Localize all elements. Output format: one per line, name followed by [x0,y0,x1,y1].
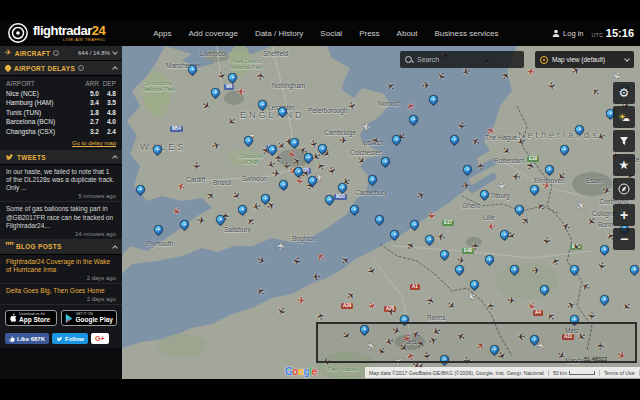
delay-map-link[interactable]: Go to delay map [0,138,122,150]
map-label-wales: WALES [140,142,186,152]
nav-item-business-services[interactable]: Business services [435,29,499,38]
pin-plane-glyph: ✈ [154,146,161,153]
nav-item-about[interactable]: About [397,29,418,38]
twitter-follow-button[interactable]: Follow [52,333,88,344]
aircraft-marker[interactable]: ✈ [339,136,348,147]
login-button[interactable]: Log in [552,29,583,38]
blog-post-item[interactable]: Delta Goes Big, Then Goes Home2 days ago [0,284,122,305]
zoom-in-button[interactable]: + [613,204,635,226]
weather-button[interactable]: ☀☁ [613,106,635,128]
road-badge-m54: M54 [170,126,183,132]
delay-row: Barcelona (BCN)2.74.0 [6,117,116,127]
aircraft-section-header[interactable]: ✈ AIRCRAFT i 644 / 14.8% [0,46,122,61]
pin-plane-glyph: ✈ [137,186,144,193]
map-label-peterborough: Peterborough [308,107,347,114]
pin-plane-glyph: ✈ [464,166,471,173]
chevron-up-icon [112,66,118,72]
aircraft-marker[interactable]: ✈ [426,211,437,220]
airport-delays-section-header[interactable]: AIRPORT DELAYS i [0,61,122,76]
aircraft-marker[interactable]: ✈ [191,162,201,170]
aircraft-marker[interactable]: ✈ [486,301,497,311]
bookmarks-button[interactable]: ★ [613,154,635,176]
map-label-bristol: Bristol [213,179,231,186]
nav-item-social[interactable]: Social [320,29,342,38]
pin-plane-glyph: ✈ [339,184,346,191]
compass-icon [618,183,630,195]
aircraft-marker[interactable]: ✈ [532,266,541,277]
aircraft-marker[interactable]: ✈ [387,306,395,316]
nav-item-add-coverage[interactable]: Add coverage [189,29,238,38]
aircraft-marker[interactable]: ✈ [196,215,206,226]
zoom-out-button[interactable]: − [613,228,635,250]
map-label-nottingham: Nottingham [272,82,305,89]
aircraft-marker[interactable]: ✈ [256,71,267,81]
aircraft-marker[interactable]: ✈ [422,81,431,92]
aircraft-marker[interactable]: ✈ [456,121,467,131]
pin-plane-glyph: ✈ [245,137,252,144]
facebook-like-button[interactable]: Like 687K [5,333,49,344]
compass-button[interactable] [613,178,635,200]
aircraft-marker[interactable]: ✈ [362,121,371,132]
info-icon[interactable]: i [53,50,59,56]
nav-item-press[interactable]: Press [359,29,379,38]
nav-item-data-history[interactable]: Data / History [255,29,303,38]
road-badge-m6: M6 [224,84,234,90]
aircraft-marker[interactable]: ✈ [476,161,487,171]
tweets-section-header[interactable]: TWEETS [0,150,122,165]
pin-plane-glyph: ✈ [217,216,224,223]
logo[interactable]: flightradar24 LIVE AIR TRAFFIC [7,22,105,44]
google-plus-button[interactable]: G+ [91,333,109,344]
app-store-badge[interactable]: Download on the App Store [5,310,57,326]
info-icon[interactable]: i [78,65,84,71]
apple-icon [9,313,17,323]
delay-table-header: AIRPORTARRDEP [6,79,116,89]
map-canvas[interactable]: LiverpoolSheffieldManchesterPeak Distric… [122,46,640,379]
pin-plane-glyph: ✈ [571,266,578,273]
delay-row: Hamburg (HAM)3.43.5 [6,98,116,108]
nav-item-apps[interactable]: Apps [153,29,171,38]
aircraft-marker[interactable]: ✈ [471,242,481,250]
aircraft-marker[interactable]: ✈ [596,261,607,271]
aircraft-marker[interactable]: ✈ [546,81,557,91]
aircraft-marker[interactable]: ✈ [271,168,281,179]
map-label-ghent: Ghent [462,202,480,209]
pin-plane-glyph: ✈ [631,266,638,273]
terms-of-use-link[interactable]: Terms of Use [599,370,639,376]
aircraft-marker[interactable]: ✈ [237,86,245,96]
pin-plane-glyph: ✈ [239,206,246,213]
filter-button[interactable] [613,130,635,152]
aircraft-marker[interactable]: ✈ [276,241,287,251]
aircraft-marker[interactable]: ✈ [274,154,284,162]
star-icon: ★ [619,159,630,171]
search-input[interactable]: Search [400,51,524,68]
pin-plane-glyph: ✈ [410,116,417,123]
aircraft-marker[interactable]: ✈ [496,181,507,191]
tweet-item[interactable]: Some of gas balloons taking part in @GB2… [0,202,122,239]
chevron-down-icon [624,56,630,62]
aircraft-marker[interactable]: ✈ [461,180,471,191]
google-play-badge[interactable]: GET IT ON Google Play [61,310,117,326]
map-label-netherlands: Netherlands [518,130,600,140]
aircraft-marker[interactable]: ✈ [312,271,321,282]
tweet-item[interactable]: In our haste, we failed to note that 1 o… [0,165,122,202]
pin-plane-glyph: ✈ [382,158,389,165]
aircraft-marker[interactable]: ✈ [294,176,305,186]
cloud-icon: ☁ [622,115,630,123]
pin-plane-glyph: ✈ [181,221,188,228]
aircraft-marker[interactable]: ✈ [506,295,516,306]
road-badge-a1: A1 [410,284,420,290]
aircraft-marker[interactable]: ✈ [541,236,552,245]
aircraft-marker[interactable]: ✈ [511,170,521,181]
blog-posts-section-header[interactable]: ”” BLOG POSTS [0,240,122,255]
chevron-up-icon [112,155,118,161]
settings-button[interactable]: ⚙ [613,82,635,104]
aircraft-marker[interactable]: ✈ [586,311,597,320]
search-icon [405,56,413,64]
blog-post-item[interactable]: Flightradar24 Coverage in the Wake of Hu… [0,255,122,284]
pin-plane-glyph: ✈ [541,286,548,293]
brand-tagline: LIVE AIR TRAFFIC [33,38,105,42]
map-label-reims: Reims [427,314,445,321]
map-view-selector[interactable]: Map view (default) [535,51,634,68]
aircraft-marker[interactable]: ✈ [486,220,496,231]
aircraft-marker[interactable]: ✈ [297,296,306,307]
